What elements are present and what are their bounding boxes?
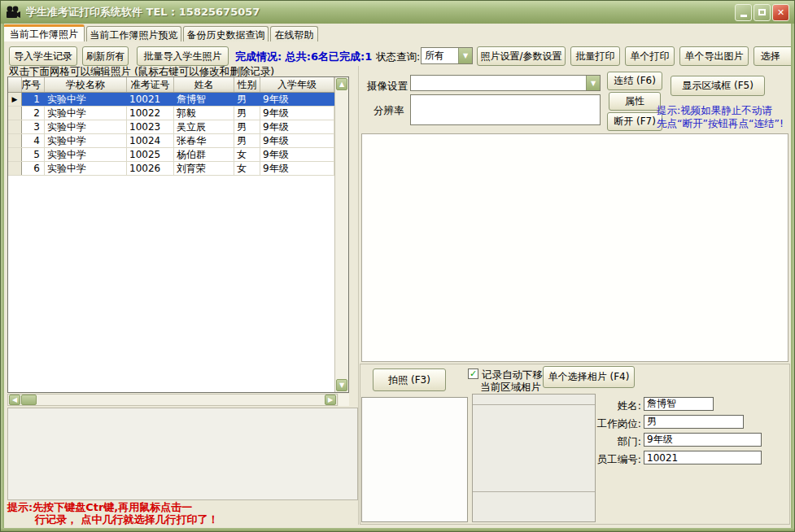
resolution-field[interactable] [410, 94, 601, 125]
cell-gender: 女 [234, 148, 260, 161]
show-region-frame-button[interactable]: 显示区域框 (F5) [671, 76, 765, 96]
cell-ticket-no: 10021 [127, 93, 174, 106]
cell-name: 刘育荣 [174, 162, 234, 175]
title-bar: 学生准考证打印系统软件 TEL : 15825675057 ✕ [1, 1, 794, 24]
scroll-left-icon[interactable]: ◀ [9, 395, 20, 405]
select-photo-button[interactable]: 单个选择相片 (F4) [543, 366, 635, 388]
auto-advance-checkbox[interactable]: ✓ [468, 368, 478, 379]
movie-camera-icon [6, 5, 22, 20]
import-student-records-button[interactable]: 导入学生记录 [9, 46, 77, 66]
cell-school: 实验中学 [45, 120, 127, 133]
cell-school: 实验中学 [45, 148, 127, 161]
checkmark-icon: ✓ [470, 369, 477, 378]
table-row[interactable]: 4 实验中学 10024 张春华 男 9年级 [8, 134, 334, 148]
horizontal-scroll-thumb[interactable] [21, 395, 37, 405]
scroll-right-icon[interactable]: ▶ [325, 395, 336, 405]
cell-gender: 女 [234, 162, 260, 175]
header-selector-cell [8, 77, 22, 92]
chevron-down-icon: ▼ [458, 48, 472, 63]
table-row[interactable]: 5 实验中学 10025 杨伯群 女 9年级 [8, 148, 334, 162]
print-selection-hint: 提示:先按下键盘Ctr键,再用鼠标点击一 行记录， 点中几行就选择几行打印了！ [7, 501, 219, 525]
status-filter-dropdown[interactable]: 所有 ▼ [421, 47, 473, 64]
cell-seq: 6 [22, 162, 45, 175]
students-table-body: 序号 学校名称 准考证号 姓名 性别 入学年级 ▶ 1 实验中学 10021 詹… [8, 77, 334, 392]
camera-settings-value [411, 76, 586, 90]
employee-id-label: 员工编号: [566, 453, 641, 467]
header-school: 学校名称 [45, 77, 127, 92]
app-window: 学生准考证打印系统软件 TEL : 15825675057 ✕ 当前工作簿照片 … [0, 0, 795, 532]
disconnect-button[interactable]: 断开 (F7) [607, 112, 662, 131]
video-hint: 提示:视频如果静止不动请 先点“断开”按钮再点“连结”! [657, 104, 784, 130]
single-export-image-button[interactable]: 单个导出图片 [679, 46, 749, 66]
table-row[interactable]: 6 实验中学 10026 刘育荣 女 9年级 [8, 162, 334, 176]
batch-import-photos-button[interactable]: 批量导入学生照片 [137, 46, 229, 66]
window-border-left [1, 24, 4, 531]
photo-settings-button[interactable]: 照片设置/参数设置 [477, 46, 566, 66]
table-row[interactable]: ▶ 1 实验中学 10021 詹博智 男 9年级 [8, 93, 334, 107]
cell-ticket-no: 10023 [127, 120, 174, 133]
single-print-button[interactable]: 单个打印 [625, 46, 675, 66]
name-field[interactable] [644, 397, 714, 411]
cell-grade: 9年级 [260, 120, 334, 133]
table-row[interactable]: 2 实验中学 10022 郭毅 男 9年级 [8, 107, 334, 120]
cell-school: 实验中学 [45, 134, 127, 147]
position-label: 工作岗位: [566, 417, 641, 431]
tab-current-workbook-preview[interactable]: 当前工作簿照片预览 [86, 26, 181, 41]
tab-backup-history-query[interactable]: 备份历史数据查询 [183, 26, 269, 41]
cell-school: 实验中学 [45, 107, 127, 120]
horizontal-scrollbar[interactable]: ◀ ▶ [7, 394, 338, 406]
department-field[interactable] [644, 433, 762, 447]
window-title: 学生准考证打印系统软件 TEL : 15825675057 [26, 5, 735, 20]
cell-school: 实验中学 [45, 93, 127, 106]
cell-grade: 9年级 [260, 148, 334, 161]
connect-button[interactable]: 连结 (F6) [607, 72, 662, 90]
table-row[interactable]: 3 实验中学 10023 吴立辰 男 9年级 [8, 120, 334, 134]
header-ticket-no: 准考证号 [127, 77, 174, 92]
cell-seq: 1 [22, 93, 45, 106]
video-hint-line2: 先点“断开”按钮再点“连结”! [657, 117, 784, 130]
vertical-scrollbar[interactable]: ▲ ▼ [334, 77, 348, 392]
video-preview-area [361, 133, 788, 362]
tab-current-workbook-photos[interactable]: 当前工作簿照片 [3, 24, 85, 41]
camera-settings-dropdown[interactable]: ▼ [410, 75, 601, 91]
cell-school: 实验中学 [45, 162, 127, 175]
minimize-button[interactable] [735, 4, 752, 21]
cell-gender: 男 [234, 120, 260, 133]
minimize-icon [740, 15, 747, 17]
cell-grade: 9年级 [260, 107, 334, 120]
capture-button[interactable]: 拍照 (F3) [373, 368, 446, 391]
section-divider [358, 66, 359, 525]
cell-gender: 男 [234, 107, 260, 120]
students-table: 序号 学校名称 准考证号 姓名 性别 入学年级 ▶ 1 实验中学 10021 詹… [7, 76, 349, 393]
close-icon: ✕ [777, 7, 784, 18]
status-filter-label: 状态查询: [376, 50, 420, 64]
print-hint-line1: 提示:先按下键盘Ctr键,再用鼠标点击一 [7, 501, 192, 513]
employee-id-field[interactable] [644, 451, 762, 464]
name-label: 姓名: [566, 399, 641, 413]
window-controls: ✕ [735, 4, 789, 21]
completion-status: 完成情况: 总共:6名已完成:1 [235, 50, 372, 64]
maximize-button[interactable] [754, 4, 771, 21]
cell-grade: 9年级 [260, 134, 334, 147]
scroll-down-icon[interactable]: ▼ [336, 379, 347, 391]
scroll-up-icon[interactable]: ▲ [336, 78, 347, 90]
window-border-right [791, 24, 794, 531]
cell-seq: 5 [22, 148, 45, 161]
batch-print-button[interactable]: 批量打印 [570, 46, 620, 66]
cell-ticket-no: 10026 [127, 162, 174, 175]
cell-gender: 男 [234, 134, 260, 147]
header-seq: 序号 [22, 77, 45, 92]
row-pointer-icon: ▶ [8, 93, 22, 106]
tab-online-help[interactable]: 在线帮助 [270, 26, 318, 41]
department-label: 部门: [566, 435, 641, 449]
refresh-all-button[interactable]: 刷新所有 [82, 46, 129, 66]
table-header-row: 序号 学校名称 准考证号 姓名 性别 入学年级 [8, 77, 334, 93]
close-button[interactable]: ✕ [772, 4, 789, 21]
header-grade: 入学年级 [260, 77, 334, 92]
select-print-button[interactable]: 选择 [754, 46, 795, 66]
status-filter-value: 所有 [422, 48, 458, 63]
chevron-down-icon: ▼ [586, 76, 600, 90]
position-field[interactable] [644, 415, 744, 429]
properties-button[interactable]: 属性 [609, 92, 661, 111]
cell-seq: 3 [22, 120, 45, 133]
